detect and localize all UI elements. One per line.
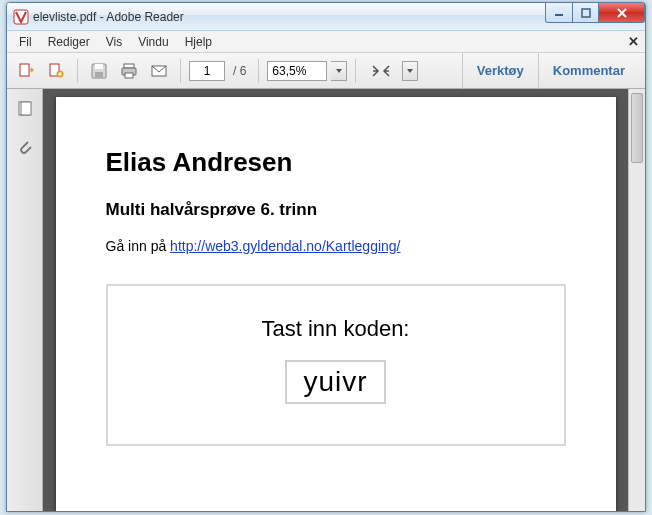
toolbar-separator	[258, 59, 259, 83]
close-document-button[interactable]: ✕	[628, 34, 639, 49]
content-area: Elias Andresen Multi halvårsprøve 6. tri…	[7, 89, 645, 511]
code-prompt: Tast inn koden:	[118, 316, 554, 342]
read-mode-dropdown[interactable]	[402, 61, 418, 81]
email-button[interactable]	[146, 58, 172, 84]
svg-rect-1	[555, 14, 563, 16]
window-title: elevliste.pdf - Adobe Reader	[33, 10, 184, 24]
titlebar: elevliste.pdf - Adobe Reader	[7, 3, 645, 31]
test-title: Multi halvårsprøve 6. trinn	[106, 200, 566, 220]
svg-rect-9	[124, 64, 134, 68]
student-name: Elias Andresen	[106, 147, 566, 178]
menu-fil[interactable]: Fil	[11, 33, 40, 51]
navigation-rail	[7, 89, 43, 511]
svg-rect-7	[95, 64, 103, 69]
toolbar: / 6 63,5% Verktøy Kommentar	[7, 53, 645, 89]
window-controls	[545, 3, 645, 23]
menu-vis[interactable]: Vis	[98, 33, 130, 51]
menu-hjelp[interactable]: Hjelp	[177, 33, 220, 51]
zoom-level-display[interactable]: 63,5%	[267, 61, 327, 81]
svg-rect-2	[582, 9, 590, 17]
goto-prefix: Gå inn på	[106, 238, 171, 254]
scrollbar-thumb[interactable]	[631, 93, 643, 163]
assessment-link[interactable]: http://web3.gyldendal.no/Kartlegging/	[170, 238, 400, 254]
read-mode-button[interactable]	[364, 58, 398, 84]
export-pdf-button[interactable]	[13, 58, 39, 84]
toolbar-separator	[180, 59, 181, 83]
comment-panel-button[interactable]: Kommentar	[538, 53, 639, 89]
code-value: yuivr	[285, 360, 385, 404]
page-total-label: / 6	[229, 64, 250, 78]
minimize-button[interactable]	[545, 3, 573, 23]
zoom-dropdown[interactable]	[331, 61, 347, 81]
adobe-reader-icon	[13, 9, 29, 25]
print-button[interactable]	[116, 58, 142, 84]
application-window: elevliste.pdf - Adobe Reader Fil Rediger…	[6, 2, 646, 512]
tools-panel-button[interactable]: Verktøy	[462, 53, 538, 89]
page-number-input[interactable]	[189, 61, 225, 81]
attachments-button[interactable]	[13, 135, 37, 159]
document-viewport[interactable]: Elias Andresen Multi halvårsprøve 6. tri…	[43, 89, 628, 511]
svg-rect-11	[125, 73, 133, 78]
zoom-value: 63,5%	[272, 64, 306, 78]
svg-rect-3	[20, 64, 29, 76]
maximize-button[interactable]	[573, 3, 599, 23]
vertical-scrollbar[interactable]	[628, 89, 645, 511]
save-button[interactable]	[86, 58, 112, 84]
svg-rect-14	[21, 102, 31, 115]
close-button[interactable]	[599, 3, 645, 23]
toolbar-separator	[355, 59, 356, 83]
menu-rediger[interactable]: Rediger	[40, 33, 98, 51]
pdf-page: Elias Andresen Multi halvårsprøve 6. tri…	[56, 97, 616, 511]
toolbar-separator	[77, 59, 78, 83]
svg-rect-8	[95, 72, 103, 77]
goto-line: Gå inn på http://web3.gyldendal.no/Kartl…	[106, 238, 566, 254]
code-frame: Tast inn koden: yuivr	[106, 284, 566, 446]
create-pdf-button[interactable]	[43, 58, 69, 84]
thumbnails-button[interactable]	[13, 97, 37, 121]
menubar: Fil Rediger Vis Vindu Hjelp ✕	[7, 31, 645, 53]
menu-vindu[interactable]: Vindu	[130, 33, 176, 51]
